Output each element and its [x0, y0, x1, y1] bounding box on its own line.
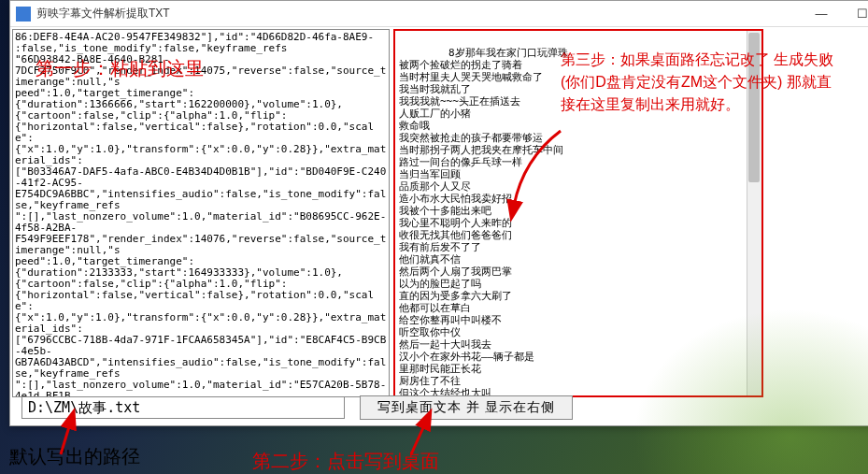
output-text: 8岁那年我在家门口玩弹珠 被两个捡破烂的拐走了骑着 当时村里夫人哭天哭地喊救命了… — [399, 47, 568, 397]
app-icon — [16, 7, 31, 22]
titlebar[interactable]: 剪映字幕文件解析提取TXT — ☐ ✕ — [10, 1, 868, 27]
annotation-default-path: 默认写出的路径 — [9, 444, 140, 469]
app-window: 剪映字幕文件解析提取TXT — ☐ ✕ 86:DEF8-4E4A-AC20-95… — [9, 0, 868, 426]
json-textarea[interactable]: 86:DEF8-4E4A-AC20-9547FE349832"],"id":"4… — [12, 29, 390, 397]
scrollbar[interactable] — [747, 31, 761, 395]
desktop-background: 剪映字幕文件解析提取TXT — ☐ ✕ 86:DEF8-4E4A-AC20-95… — [0, 0, 868, 474]
window-title: 剪映字幕文件解析提取TXT — [36, 6, 801, 22]
annotation-step2: 第二步：点击写到桌面 — [252, 449, 439, 474]
minimize-button[interactable]: — — [801, 1, 842, 27]
write-button[interactable]: 写到桌面文本 并 显示在右侧 — [360, 395, 573, 420]
maximize-button[interactable]: ☐ — [842, 1, 868, 27]
scrollbar-thumb[interactable] — [748, 33, 760, 182]
path-input[interactable] — [21, 396, 345, 419]
output-textarea[interactable]: 8岁那年我在家门口玩弹珠 被两个捡破烂的拐走了骑着 当时村里夫人哭天哭地喊救命了… — [393, 29, 763, 397]
